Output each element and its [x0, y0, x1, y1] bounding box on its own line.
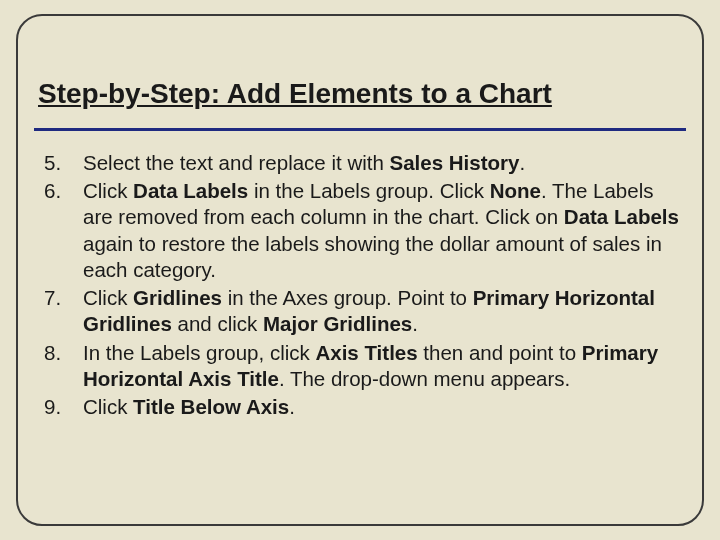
slide: Step-by-Step: Add Elements to a Chart Se…	[0, 0, 720, 540]
step-text: . The drop-down menu appears.	[279, 367, 570, 390]
step-list: Select the text and replace it with Sale…	[38, 150, 682, 420]
step-text-bold: Sales History	[390, 151, 520, 174]
step-list-container: Select the text and replace it with Sale…	[38, 150, 682, 422]
step-text: and click	[172, 312, 263, 335]
step-text: In the Labels group, click	[83, 341, 315, 364]
step-text-bold: Axis Titles	[315, 341, 417, 364]
step-text: .	[412, 312, 418, 335]
step-item: Click Gridlines in the Axes group. Point…	[38, 285, 682, 337]
step-text-bold: Data Labels	[133, 179, 248, 202]
step-text: Click	[83, 179, 133, 202]
step-text: .	[289, 395, 295, 418]
step-text: .	[519, 151, 525, 174]
divider	[34, 128, 686, 131]
step-text-bold: Major Gridlines	[263, 312, 412, 335]
step-text: Click	[83, 395, 133, 418]
step-text: Select the text and replace it with	[83, 151, 390, 174]
step-text-bold: None	[490, 179, 541, 202]
slide-heading: Step-by-Step: Add Elements to a Chart	[38, 78, 682, 110]
step-text: in the Labels group. Click	[248, 179, 490, 202]
step-item: Click Data Labels in the Labels group. C…	[38, 178, 682, 283]
step-text: again to restore the labels showing the …	[83, 232, 662, 281]
step-text: in the Axes group. Point to	[222, 286, 473, 309]
step-text-bold: Data Labels	[564, 205, 679, 228]
step-text: then and point to	[418, 341, 582, 364]
step-text-bold: Title Below Axis	[133, 395, 289, 418]
step-item: In the Labels group, click Axis Titles t…	[38, 340, 682, 392]
step-text: Click	[83, 286, 133, 309]
step-item: Click Title Below Axis.	[38, 394, 682, 420]
step-text-bold: Gridlines	[133, 286, 222, 309]
step-item: Select the text and replace it with Sale…	[38, 150, 682, 176]
